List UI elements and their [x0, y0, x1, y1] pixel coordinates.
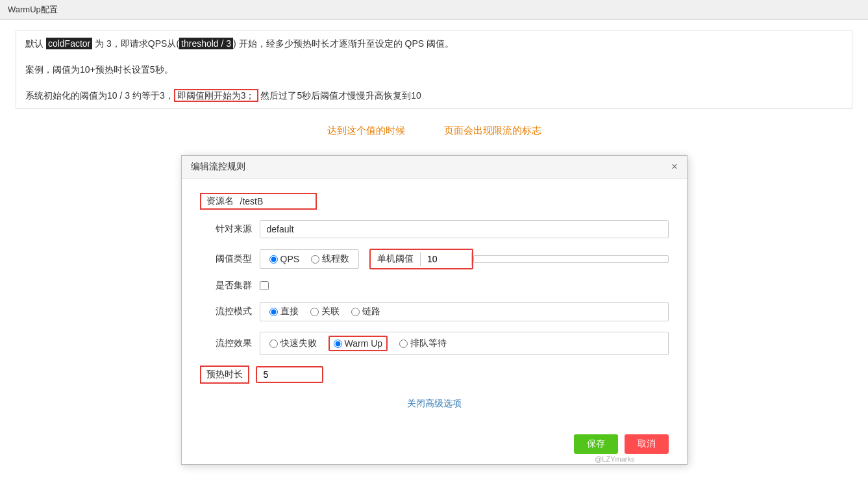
preheat-input-box: [256, 366, 323, 383]
resource-name-box: 资源名 /testB: [200, 193, 317, 210]
effect-warmup-label: Warm Up: [345, 338, 383, 349]
threshold-thread-radio[interactable]: [311, 255, 319, 264]
flow-effect-row: 流控效果 快速失败 Warm Up 排队等待: [200, 332, 669, 355]
threshold-type-label: 阈值类型: [200, 253, 252, 265]
info-line1-prefix: 默认: [25, 38, 46, 49]
effect-warmup-option[interactable]: Warm Up: [329, 336, 388, 351]
dialog-title-bar: 编辑流控规则 ×: [182, 156, 687, 179]
cluster-checkbox[interactable]: [260, 281, 269, 290]
threshold-thread-option[interactable]: 线程数: [311, 253, 349, 265]
single-threshold-input[interactable]: [420, 252, 472, 266]
preheat-row: 预热时长: [200, 366, 669, 384]
resource-name-row: 资源名 /testB: [200, 193, 669, 210]
cluster-label: 是否集群: [200, 280, 252, 291]
threshold-qps-label: QPS: [280, 254, 300, 264]
flow-mode-direct-label: 直接: [280, 306, 299, 317]
flow-mode-direct-radio[interactable]: [269, 308, 278, 316]
info-line1: 默认 coldFactor 为 3，即请求QPS从(threshold / 3)…: [16, 31, 852, 57]
source-input[interactable]: [260, 220, 669, 238]
title-bar: WarmUp配置: [0, 0, 868, 20]
effect-queue-radio[interactable]: [399, 340, 408, 348]
threshold-qps-option[interactable]: QPS: [269, 254, 300, 264]
info-line1-middle: 为 3，即请求QPS从(: [92, 38, 179, 49]
cluster-row: 是否集群: [200, 280, 669, 291]
effect-queue-label: 排队等待: [410, 338, 447, 349]
effect-group: 快速失败 Warm Up 排队等待: [260, 332, 669, 355]
flow-mode-relate-radio[interactable]: [310, 308, 319, 316]
flow-mode-group: 直接 关联 链路: [260, 302, 669, 321]
preheat-input[interactable]: [257, 367, 322, 382]
threshold-extra-space: [473, 255, 668, 263]
effect-fast-option[interactable]: 快速失败: [269, 338, 317, 349]
effect-fast-label: 快速失败: [280, 338, 317, 349]
annotation-row: 达到这个值的时候 页面会出现限流的标志: [16, 125, 852, 137]
annotation-right: 页面会出现限流的标志: [444, 125, 541, 137]
annotation-left: 达到这个值的时候: [327, 125, 405, 137]
cancel-button[interactable]: 取消: [625, 434, 669, 454]
info-line1-suffix: ) 开始，经多少预热时长才逐渐升至设定的 QPS 阈值。: [233, 38, 454, 49]
info-line1-highlight: coldFactor: [46, 38, 92, 49]
threshold-type-row: 阈值类型 QPS 线程数 单机阈值: [200, 249, 669, 269]
flow-mode-chain-radio[interactable]: [351, 308, 360, 316]
threshold-type-group: QPS 线程数: [260, 249, 360, 269]
threshold-qps-radio[interactable]: [269, 255, 278, 264]
info-line3-highlight: 即阈值刚开始为3；: [174, 89, 258, 102]
threshold-thread-label: 线程数: [322, 253, 349, 265]
info-line1-highlight2: threshold / 3: [179, 38, 233, 49]
flow-mode-label: 流控模式: [200, 306, 252, 317]
flow-effect-label: 流控效果: [200, 338, 252, 349]
info-line3: 系统初始化的阈值为10 / 3 约等于3，即阈值刚开始为3； 然后过了5秒后阈值…: [16, 83, 852, 110]
effect-warmup-radio[interactable]: [334, 340, 342, 348]
flow-mode-relate-label: 关联: [321, 306, 340, 317]
advanced-link-row: 关闭高级选项: [200, 394, 669, 414]
title-bar-label: WarmUp配置: [8, 4, 58, 16]
info-line3-prefix: 系统初始化的阈值为10 / 3 约等于3，: [25, 90, 174, 101]
flow-mode-relate[interactable]: 关联: [310, 306, 340, 317]
source-row: 针对来源: [200, 220, 669, 238]
effect-fast-radio[interactable]: [269, 340, 278, 348]
info-line2-text: 案例，阈值为10+预热时长设置5秒。: [25, 64, 173, 75]
flow-mode-direct[interactable]: 直接: [269, 306, 299, 317]
info-line2: 案例，阈值为10+预热时长设置5秒。: [16, 57, 852, 83]
edit-dialog: 编辑流控规则 × 资源名 /testB 针对来源: [181, 155, 688, 465]
cluster-checkbox-row: [260, 281, 269, 290]
flow-mode-chain[interactable]: 链路: [351, 306, 380, 317]
dialog-title: 编辑流控规则: [191, 161, 245, 173]
single-threshold-label: 单机阈值: [371, 251, 420, 267]
resource-name-label: 资源名: [206, 195, 234, 207]
effect-queue-option[interactable]: 排队等待: [399, 338, 447, 349]
single-threshold-box: 单机阈值: [369, 249, 473, 269]
main-content: 默认 coldFactor 为 3，即请求QPS从(threshold / 3)…: [0, 20, 868, 475]
watermark: @LZYmarks: [595, 455, 634, 463]
resource-name-value: /testB: [240, 196, 264, 206]
dialog-backdrop: 编辑流控规则 × 资源名 /testB 针对来源: [16, 155, 852, 465]
save-button[interactable]: 保存: [574, 434, 618, 454]
flow-mode-row: 流控模式 直接 关联 链路: [200, 302, 669, 321]
advanced-toggle-button[interactable]: 关闭高级选项: [200, 394, 669, 414]
dialog-body: 资源名 /testB 针对来源 阈值类型 QPS: [182, 179, 687, 427]
source-label: 针对来源: [200, 223, 252, 235]
preheat-label: 预热时长: [200, 366, 249, 384]
dialog-close-button[interactable]: ×: [671, 162, 677, 172]
flow-mode-chain-label: 链路: [362, 306, 380, 317]
info-line3-suffix: 然后过了5秒后阈值才慢慢升高恢复到10: [258, 90, 421, 101]
